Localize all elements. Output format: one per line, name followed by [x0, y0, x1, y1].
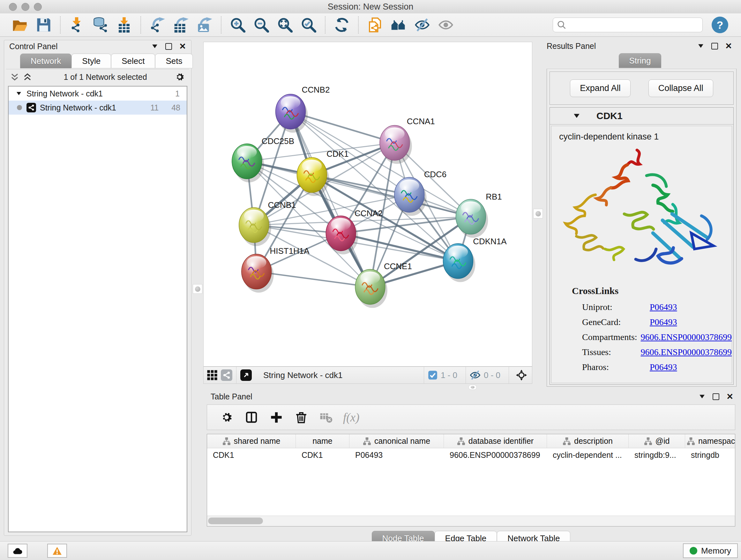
- network-tab-content: 1 of 1 Network selected String Network -…: [6, 69, 189, 534]
- section-collapse-triangle-icon[interactable]: [573, 113, 581, 119]
- network-options-gear-icon[interactable]: [175, 72, 185, 82]
- hidden-node-edge-counts: 0 - 0: [484, 370, 500, 380]
- horizontal-splitter-handle[interactable]: [468, 385, 477, 390]
- table-options-gear-icon[interactable]: [219, 410, 233, 424]
- network-row[interactable]: String Network - cdk11148: [9, 101, 187, 115]
- network-node-RB1[interactable]: RB1: [456, 192, 502, 238]
- delete-table-icon[interactable]: [319, 410, 333, 424]
- panel-float-icon[interactable]: [713, 393, 719, 400]
- network-share-icon[interactable]: [221, 369, 232, 381]
- panel-close-icon[interactable]: ✕: [726, 392, 733, 401]
- panel-close-icon[interactable]: ✕: [725, 42, 732, 50]
- zoom-out-icon[interactable]: [253, 17, 270, 33]
- import-table-icon[interactable]: [116, 17, 132, 33]
- column-header-canonicalname[interactable]: canonical name: [349, 434, 444, 448]
- node-label-CCNE1: CCNE1: [384, 262, 412, 271]
- node-details-section: CDK1 cyclin-dependent kinase 1: [549, 107, 734, 385]
- table-cell[interactable]: stringdb:9...: [629, 450, 685, 460]
- table-row[interactable]: CDK1CDK1P064939606.ENSP00000378699cyclin…: [207, 448, 735, 462]
- table-cell[interactable]: cyclin-dependent ...: [547, 450, 629, 460]
- network-node-CCNA2[interactable]: CCNA2: [326, 209, 383, 254]
- zoom-selected-icon[interactable]: [300, 17, 317, 33]
- panel-menu-icon[interactable]: [697, 43, 704, 49]
- save-session-icon[interactable]: [36, 17, 52, 33]
- tab-select[interactable]: Select: [111, 54, 155, 68]
- panel-close-icon[interactable]: ✕: [179, 42, 186, 51]
- network-collection-row[interactable]: String Network - cdk11: [9, 86, 187, 101]
- warnings-button[interactable]: [47, 544, 67, 558]
- collapse-all-networks-icon[interactable]: [10, 73, 19, 81]
- network-node-HIST1H1A[interactable]: HIST1H1A: [242, 246, 310, 293]
- panel-float-icon[interactable]: [165, 43, 172, 50]
- cloud-status-button[interactable]: [8, 544, 27, 558]
- column-header-description[interactable]: description: [547, 434, 629, 448]
- vertical-splitter-handle[interactable]: [193, 284, 202, 294]
- show-hidden-icon[interactable]: [437, 17, 454, 33]
- crosslink-row: Uniprot:P06493: [551, 300, 732, 314]
- panel-menu-icon[interactable]: [698, 394, 705, 399]
- birds-eye-crosshair-icon[interactable]: [515, 369, 528, 381]
- scrollbar-thumb[interactable]: [208, 517, 263, 524]
- detach-view-icon[interactable]: [240, 369, 252, 381]
- table-cell[interactable]: CDK1: [296, 450, 349, 460]
- network-node-CDKN1A[interactable]: CDKN1A: [443, 237, 507, 282]
- new-network-from-selection-icon[interactable]: [367, 17, 383, 33]
- tab-style[interactable]: Style: [71, 54, 111, 68]
- network-edge-CCNB2-CCNE1[interactable]: [290, 112, 370, 287]
- open-session-icon[interactable]: [12, 17, 28, 33]
- first-neighbors-icon[interactable]: [390, 17, 407, 33]
- create-column-icon[interactable]: [269, 410, 283, 424]
- search-input[interactable]: [569, 20, 698, 30]
- column-header-name[interactable]: name: [296, 434, 349, 448]
- column-header-namespace[interactable]: namespace: [685, 434, 735, 448]
- export-table-icon[interactable]: [173, 17, 189, 33]
- crosslink-value-link[interactable]: P06493: [650, 302, 677, 312]
- vertical-splitter-handle[interactable]: [533, 209, 543, 219]
- memory-button[interactable]: Memory: [683, 543, 738, 558]
- table-cell[interactable]: 9606.ENSP00000378699: [444, 450, 547, 460]
- crosslink-value-link[interactable]: 9606.ENSP00000378699: [641, 347, 732, 357]
- table-horizontal-scrollbar[interactable]: [207, 516, 735, 526]
- zoom-fit-icon[interactable]: [277, 17, 293, 33]
- panel-float-icon[interactable]: [711, 43, 718, 50]
- network-node-CDC25B[interactable]: CDC25B: [232, 137, 294, 182]
- crosslink-value-link[interactable]: P06493: [650, 362, 677, 372]
- zoom-in-icon[interactable]: [229, 17, 246, 33]
- hide-selected-icon[interactable]: [414, 17, 430, 33]
- expand-all-button[interactable]: Expand All: [570, 79, 630, 97]
- export-network-icon[interactable]: [149, 17, 165, 33]
- collapse-all-button[interactable]: Collapse All: [649, 79, 713, 97]
- grid-view-icon[interactable]: [206, 369, 218, 381]
- panel-menu-icon[interactable]: [151, 44, 158, 49]
- crosslink-value-link[interactable]: 9606.ENSP00000378699: [641, 332, 732, 342]
- export-image-icon[interactable]: [196, 17, 213, 33]
- table-cell[interactable]: P06493: [349, 450, 444, 460]
- tab-sets[interactable]: Sets: [155, 54, 193, 68]
- column-header-sharedname[interactable]: shared name: [207, 434, 296, 448]
- node-details-header[interactable]: CDK1: [550, 108, 733, 125]
- table-cell[interactable]: stringdb: [685, 450, 735, 460]
- apply-layout-icon[interactable]: [333, 17, 350, 33]
- equation-builder-icon[interactable]: f(x): [343, 411, 359, 424]
- crosslink-value-link[interactable]: P06493: [650, 317, 677, 327]
- expand-all-networks-icon[interactable]: [23, 73, 31, 81]
- table-cell[interactable]: CDK1: [207, 450, 296, 460]
- column-header-id[interactable]: @id: [629, 434, 685, 448]
- show-column-icon[interactable]: [245, 410, 259, 424]
- hidden-eye-slash-icon[interactable]: [470, 370, 481, 381]
- delete-column-icon[interactable]: [294, 410, 308, 424]
- shared-column-icon: [644, 437, 652, 445]
- tab-string[interactable]: String: [619, 53, 662, 68]
- import-network-icon[interactable]: [69, 17, 85, 33]
- selected-checkbox-icon[interactable]: [428, 370, 437, 380]
- import-database-icon[interactable]: [92, 17, 109, 33]
- network-node-CCNB2[interactable]: CCNB2: [276, 85, 330, 133]
- tree-expand-triangle-icon[interactable]: [16, 91, 22, 96]
- network-node-CCNE1[interactable]: CCNE1: [355, 262, 412, 308]
- tab-network[interactable]: Network: [20, 54, 71, 68]
- network-canvas[interactable]: CCNB2CCNA1CDC25BCDK1CDC6RB1CCNB1CCNA2CDK…: [203, 42, 532, 367]
- toolbar-divider: [221, 16, 221, 34]
- column-header-databaseidentifier[interactable]: database identifier: [444, 434, 547, 448]
- help-button[interactable]: ?: [712, 17, 728, 33]
- network-node-CCNA1[interactable]: CCNA1: [380, 117, 435, 164]
